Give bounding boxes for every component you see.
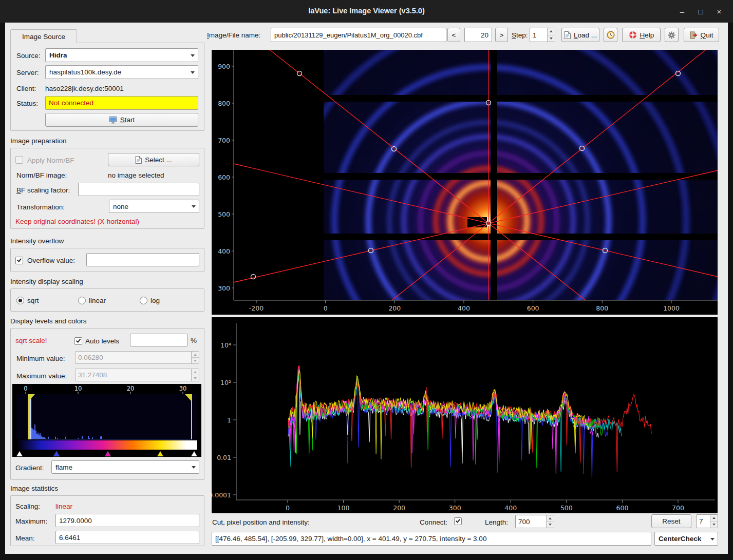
min-value-up bbox=[192, 352, 199, 358]
intensity-scaling-panel bbox=[10, 288, 204, 312]
auto-levels-checkbox[interactable] bbox=[74, 337, 82, 345]
norm-image-label: Norm/BF image: bbox=[16, 171, 67, 180]
stat-maximum-label: Maximum: bbox=[15, 517, 47, 526]
status-field: Not connected bbox=[45, 96, 198, 110]
histogram-levels-widget[interactable]: 0102030 bbox=[12, 384, 201, 457]
start-button[interactable]: Start bbox=[45, 113, 198, 127]
connect-checkbox[interactable] bbox=[454, 517, 462, 525]
source-select[interactable]: Hidra bbox=[45, 48, 198, 62]
quit-button[interactable]: Quit bbox=[684, 28, 719, 42]
step-spinner-down[interactable] bbox=[548, 35, 555, 42]
settings-button[interactable] bbox=[665, 28, 679, 42]
ring-marker[interactable] bbox=[486, 101, 491, 105]
y-tick-label: 0.01 bbox=[217, 454, 231, 461]
file-name-input[interactable] bbox=[271, 28, 446, 42]
auto-levels-label: Auto levels bbox=[85, 337, 119, 345]
gradient-preview-bar bbox=[16, 440, 197, 450]
bf-scaling-input[interactable] bbox=[78, 183, 199, 196]
length-spinner[interactable] bbox=[515, 515, 554, 528]
histogram-tick-label: 20 bbox=[127, 385, 135, 392]
y-tick-label: 500 bbox=[218, 210, 230, 218]
max-value-spinner-buttons bbox=[191, 369, 199, 381]
history-button[interactable] bbox=[604, 28, 617, 42]
min-value-label: Minimum value: bbox=[16, 355, 65, 363]
ring-marker[interactable] bbox=[251, 275, 256, 279]
ring-marker[interactable] bbox=[392, 147, 397, 151]
overflow-value-input[interactable] bbox=[86, 253, 199, 266]
cuts-count-spinner-buttons bbox=[710, 515, 718, 528]
step-spinner[interactable] bbox=[530, 28, 555, 42]
step-spinner-up[interactable] bbox=[548, 28, 555, 35]
y-tick-label: 300 bbox=[218, 284, 230, 292]
cuts-count-up[interactable] bbox=[710, 515, 718, 522]
next-frame-button[interactable]: > bbox=[495, 28, 508, 42]
close-icon: × bbox=[717, 7, 722, 16]
center-marker[interactable] bbox=[486, 221, 491, 226]
ring-marker[interactable] bbox=[297, 71, 302, 76]
transformation-select[interactable]: none bbox=[109, 200, 199, 213]
diffraction-image-plot[interactable]: -20002004006008001000 300400500600700800… bbox=[212, 50, 718, 315]
reset-button-label: Reset bbox=[662, 517, 680, 525]
ring-marker[interactable] bbox=[676, 71, 681, 76]
min-value-spinner-buttons bbox=[191, 352, 199, 363]
radio-linear[interactable] bbox=[78, 297, 86, 304]
source-select-value: Hidra bbox=[49, 51, 67, 59]
next-frame-label: > bbox=[500, 31, 504, 39]
tool-select-value: CenterCheck bbox=[659, 535, 701, 543]
histogram-area[interactable] bbox=[16, 394, 197, 439]
start-button-label: Start bbox=[120, 116, 135, 124]
length-spinner-input[interactable] bbox=[516, 515, 546, 528]
select-norm-button[interactable]: Select ... bbox=[108, 153, 199, 166]
radio-log-label: log bbox=[151, 297, 160, 305]
apply-norm-checkbox[interactable] bbox=[15, 156, 23, 164]
y-tick-label: 10⁴ bbox=[220, 341, 231, 349]
client-label: Client: bbox=[16, 85, 36, 93]
step-spinner-input[interactable] bbox=[530, 28, 547, 42]
frame-number-input[interactable] bbox=[464, 28, 492, 42]
minimize-button[interactable]: – bbox=[674, 4, 690, 18]
cut-intensity-plot[interactable]: 10⁴10²10.010.0001 0100200300400500600700 bbox=[212, 317, 718, 513]
cuts-count-down[interactable] bbox=[710, 522, 718, 528]
max-value-input bbox=[76, 369, 191, 381]
server-select[interactable]: haspilatus100k.desy.de bbox=[45, 65, 198, 79]
percent-label: % bbox=[191, 337, 197, 345]
tab-image-source[interactable]: Image Source bbox=[10, 29, 77, 43]
prev-frame-button[interactable]: < bbox=[447, 28, 460, 42]
length-spinner-down[interactable] bbox=[547, 522, 554, 528]
radio-log[interactable] bbox=[140, 297, 147, 304]
stat-scaling-value: linear bbox=[55, 503, 72, 511]
help-lifering-icon bbox=[629, 31, 637, 39]
auto-levels-percent-input[interactable] bbox=[130, 334, 187, 346]
load-button-label: Load ... bbox=[574, 31, 597, 39]
overflow-checkbox[interactable] bbox=[15, 257, 23, 264]
gear-icon bbox=[668, 31, 675, 39]
image-preparation-title: Image preparation bbox=[10, 137, 67, 145]
ring-marker[interactable] bbox=[369, 248, 373, 253]
radio-sqrt[interactable] bbox=[16, 297, 24, 304]
client-value: haso228jk.desy.de:50001 bbox=[45, 85, 124, 93]
load-button[interactable]: Load ... bbox=[561, 28, 599, 42]
chevron-down-icon bbox=[192, 466, 196, 469]
ring-marker[interactable] bbox=[603, 248, 608, 253]
reset-button[interactable]: Reset bbox=[651, 514, 691, 528]
cuts-count-input[interactable] bbox=[697, 515, 710, 528]
maximize-icon: □ bbox=[698, 7, 703, 16]
cuts-count-spinner[interactable] bbox=[696, 514, 718, 528]
minimize-icon: – bbox=[680, 7, 684, 16]
ring-marker[interactable] bbox=[580, 146, 585, 151]
help-button[interactable]: Help bbox=[622, 28, 661, 42]
length-spinner-up[interactable] bbox=[547, 515, 554, 522]
max-value-up bbox=[192, 369, 199, 375]
maximize-button[interactable]: □ bbox=[693, 4, 708, 18]
tool-select[interactable]: CenterCheck bbox=[654, 532, 718, 546]
max-value-spinner bbox=[75, 369, 199, 381]
connect-label: Connect: bbox=[420, 518, 447, 527]
y-tick-label: 400 bbox=[218, 247, 230, 255]
x-tick-label: 300 bbox=[449, 504, 461, 512]
intensity-overflow-title: Intensity overflow bbox=[10, 237, 64, 245]
close-button[interactable]: × bbox=[711, 4, 727, 18]
gradient-select[interactable]: flame bbox=[51, 460, 199, 474]
y-tick-label: 600 bbox=[218, 173, 230, 181]
x-tick-label: 400 bbox=[504, 504, 517, 512]
min-value-input bbox=[76, 352, 191, 363]
